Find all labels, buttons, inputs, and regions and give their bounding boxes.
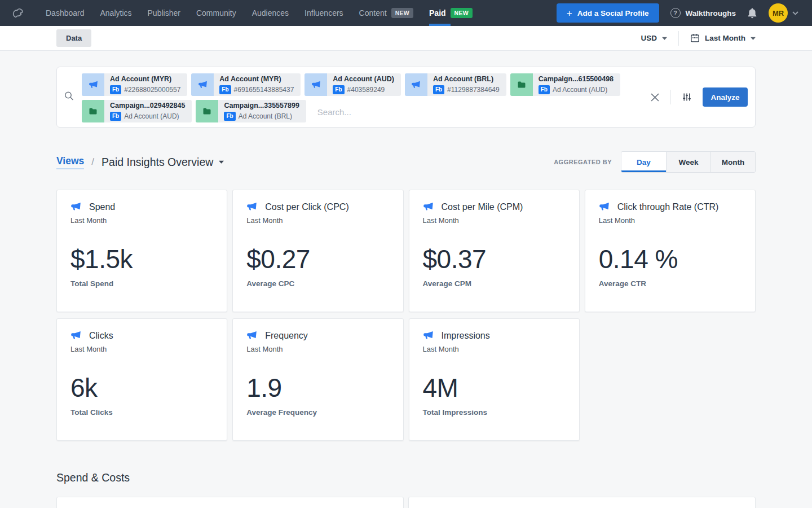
megaphone-icon	[246, 330, 257, 341]
metric-label: Average CPM	[423, 279, 566, 288]
nav-item-community[interactable]: Community	[188, 0, 244, 26]
chip-subtitle: Fb Ad Account (BRL)	[224, 112, 299, 121]
plus-icon: +	[567, 8, 572, 18]
currency-value: USD	[641, 34, 657, 42]
nav-item-influencers[interactable]: Influencers	[297, 0, 351, 26]
metric-title: Frequency	[265, 331, 308, 341]
add-social-profile-label: Add a Social Profile	[577, 9, 649, 17]
top-navigation: Dashboard Analytics Publisher Community …	[0, 0, 812, 26]
add-social-profile-button[interactable]: + Add a Social Profile	[557, 3, 659, 23]
nav-label: Community	[196, 8, 236, 17]
metric-title: Impressions	[442, 331, 490, 341]
aggregation-control: AGGREGATED BY Day Week Month	[554, 151, 756, 173]
tab-week[interactable]: Week	[666, 152, 710, 172]
metric-card-ctr: Click through Rate (CTR) Last Month 0.14…	[585, 190, 756, 312]
chip-title: Ad Account (BRL)	[433, 75, 500, 84]
metric-label: Total Impressions	[423, 408, 566, 417]
facebook-badge: Fb	[219, 85, 231, 94]
nav-item-audiences[interactable]: Audiences	[244, 0, 297, 26]
chip-title: Campaign...615500498	[539, 75, 614, 84]
profile-chip[interactable]: Ad Account (AUD) Fb #403589249	[304, 73, 401, 96]
metric-period: Last Month	[423, 345, 566, 353]
analyze-button[interactable]: Analyze	[703, 87, 748, 107]
view-title-dropdown[interactable]: Paid Insights Overview	[102, 156, 224, 169]
walkthroughs-button[interactable]: ? Walkthroughs	[670, 8, 736, 18]
avatar: MR	[769, 3, 788, 23]
aggregated-by-label: AGGREGATED BY	[554, 159, 612, 165]
nav-item-analytics[interactable]: Analytics	[92, 0, 140, 26]
notifications-bell-icon[interactable]	[747, 7, 757, 19]
nav-item-dashboard[interactable]: Dashboard	[38, 0, 92, 26]
nav-item-content[interactable]: Content NEW	[351, 0, 421, 26]
profile-chip[interactable]: Ad Account (BRL) Fb #1129887384649	[405, 73, 506, 96]
date-range-dropdown[interactable]: Last Month	[690, 33, 756, 43]
metric-cards-row-1: Spend Last Month $1.5k Total Spend Cost …	[56, 190, 756, 312]
nav-label: Influencers	[304, 8, 343, 17]
megaphone-icon	[191, 73, 214, 96]
view-header: Views / Paid Insights Overview AGGREGATE…	[56, 151, 756, 173]
metric-value: 1.9	[246, 373, 389, 403]
metric-label: Total Spend	[70, 279, 213, 288]
profile-chip[interactable]: Ad Account (MYR) Fb #691655143885437	[191, 73, 301, 96]
chip-body: Ad Account (MYR) Fb #691655143885437	[214, 73, 301, 96]
metric-title: Click through Rate (CTR)	[617, 202, 719, 212]
chip-parent-account: Ad Account (BRL)	[239, 112, 292, 120]
currency-dropdown[interactable]: USD	[641, 34, 667, 42]
metric-value: $0.27	[246, 244, 389, 274]
search-input[interactable]	[310, 103, 642, 121]
nav-label: Content	[359, 8, 387, 17]
metric-period: Last Month	[246, 345, 389, 353]
nav-item-publisher[interactable]: Publisher	[140, 0, 188, 26]
chip-body: Ad Account (MYR) Fb #22688025000557	[104, 73, 187, 96]
nav-right-controls: + Add a Social Profile ? Walkthroughs MR	[557, 3, 798, 23]
calendar-icon	[690, 33, 700, 43]
close-icon	[651, 93, 659, 102]
metric-label: Total Clicks	[70, 408, 213, 417]
campaign-chip[interactable]: Campaign...615500498 Fb Ad Account (AUD)	[510, 73, 620, 96]
metric-label: Average Frequency	[246, 408, 389, 417]
card-header: Impressions	[423, 330, 566, 341]
facebook-badge: Fb	[224, 112, 235, 121]
folder-icon	[510, 73, 533, 96]
metric-card-frequency: Frequency Last Month 1.9 Average Frequen…	[232, 318, 403, 441]
breadcrumb-views-link[interactable]: Views	[56, 155, 84, 169]
chip-subtitle: Fb #691655143885437	[219, 85, 294, 94]
filter-sliders-button[interactable]	[680, 90, 694, 104]
metric-title: Clicks	[89, 331, 113, 341]
megaphone-icon	[246, 202, 257, 212]
nav-item-paid[interactable]: Paid NEW	[421, 0, 480, 26]
metric-period: Last Month	[70, 216, 213, 225]
chip-subtitle: Fb Ad Account (AUD)	[110, 112, 185, 121]
metric-value: 4M	[423, 373, 566, 403]
tab-month[interactable]: Month	[710, 152, 755, 172]
caret-down-icon	[662, 37, 667, 40]
metric-card-spend: Spend Last Month $1.5k Total Spend	[56, 190, 227, 312]
nav-label: Audiences	[252, 8, 289, 17]
content-new-badge: NEW	[391, 8, 413, 18]
chip-title: Campaign...029492845	[110, 102, 185, 111]
metric-label: Average CTR	[599, 279, 742, 288]
walkthroughs-label: Walkthroughs	[686, 9, 736, 17]
campaign-chip[interactable]: Campaign...335557899 Fb Ad Account (BRL)	[196, 100, 306, 122]
user-menu[interactable]: MR	[769, 3, 798, 23]
chip-subtitle: Fb #1129887384649	[433, 85, 500, 94]
card-header: Cost per Mile (CPM)	[423, 202, 566, 212]
tab-day[interactable]: Day	[621, 152, 666, 172]
metric-period: Last Month	[70, 345, 213, 353]
profile-search-panel: Ad Account (MYR) Fb #22688025000557 Ad A…	[56, 67, 756, 128]
chip-id: #691655143885437	[234, 86, 294, 94]
tab-data[interactable]: Data	[56, 29, 91, 47]
clear-selection-button[interactable]	[648, 91, 661, 104]
megaphone-icon	[70, 202, 81, 212]
profile-chip[interactable]: Ad Account (MYR) Fb #22688025000557	[82, 73, 187, 96]
question-circle-icon: ?	[670, 8, 681, 18]
falcon-logo-icon[interactable]	[11, 6, 27, 21]
search-icon	[64, 91, 74, 103]
chip-parent-account: Ad Account (AUD)	[553, 86, 607, 94]
campaign-chip[interactable]: Campaign...029492845 Fb Ad Account (AUD)	[82, 100, 192, 122]
card-header: Clicks	[70, 330, 213, 341]
megaphone-icon	[82, 73, 104, 96]
metric-card-clicks: Clicks Last Month 6k Total Clicks	[56, 318, 227, 441]
metric-value: $0.37	[423, 244, 566, 274]
card-header: Click through Rate (CTR)	[599, 202, 742, 212]
